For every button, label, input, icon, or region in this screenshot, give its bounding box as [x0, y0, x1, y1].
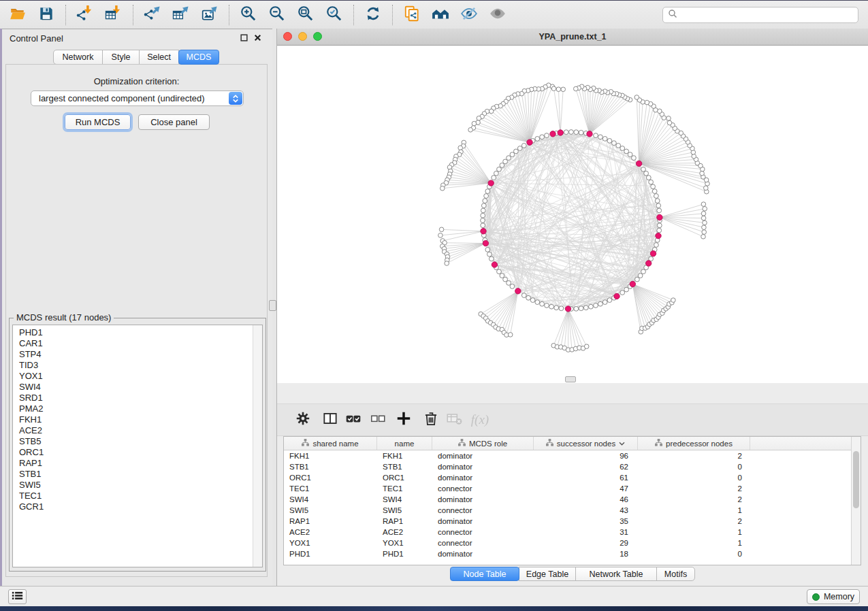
mcds-node[interactable] [636, 161, 641, 166]
network-node[interactable] [497, 269, 502, 274]
mcds-result-item[interactable]: SWI4 [19, 382, 262, 393]
network-node[interactable] [481, 203, 486, 208]
network-node[interactable] [481, 208, 485, 213]
network-node[interactable] [703, 220, 707, 225]
network-node[interactable] [485, 189, 490, 194]
network-node[interactable] [641, 167, 646, 171]
network-node[interactable] [439, 227, 444, 232]
nested-networks-button[interactable] [430, 4, 451, 26]
tab-select[interactable]: Select [139, 50, 179, 65]
network-node[interactable] [638, 274, 643, 278]
mcds-node[interactable] [614, 293, 620, 299]
network-node[interactable] [561, 87, 566, 92]
zoom-selected-button[interactable] [323, 4, 345, 26]
refresh-layout-button[interactable] [362, 4, 384, 26]
hide-selected-button[interactable] [458, 4, 480, 26]
network-node[interactable] [666, 116, 671, 121]
network-node[interactable] [584, 344, 589, 349]
network-node[interactable] [500, 163, 504, 168]
search-input[interactable] [680, 10, 858, 20]
network-node[interactable] [438, 233, 443, 238]
table-row[interactable]: TEC1TEC1connector472 [284, 483, 861, 494]
zoom-in-button[interactable] [238, 4, 259, 26]
canvas-splitter-grip[interactable] [565, 376, 576, 382]
maximize-window-icon[interactable] [313, 32, 322, 41]
network-node[interactable] [646, 176, 651, 180]
network-node[interactable] [569, 130, 574, 135]
network-node[interactable] [556, 87, 561, 92]
import-network-button[interactable] [74, 4, 96, 26]
network-node[interactable] [620, 146, 625, 151]
network-node[interactable] [598, 301, 603, 306]
network-node[interactable] [702, 225, 707, 230]
network-node[interactable] [701, 216, 706, 220]
network-node[interactable] [620, 291, 625, 295]
network-node[interactable] [517, 146, 522, 151]
network-node[interactable] [440, 186, 445, 191]
network-node[interactable] [624, 149, 629, 154]
save-session-button[interactable] [35, 4, 57, 26]
tab-node-table[interactable]: Node Table [450, 567, 519, 581]
mcds-result-item[interactable]: STP4 [19, 349, 262, 360]
mcds-node[interactable] [630, 281, 635, 286]
table-row[interactable]: FKH1FKH1dominator962 [284, 450, 861, 461]
zoom-fit-button[interactable] [295, 4, 317, 26]
network-node[interactable] [598, 135, 603, 139]
float-panel-icon[interactable] [240, 33, 248, 42]
select-all-button[interactable] [344, 410, 363, 429]
network-node[interactable] [701, 202, 706, 207]
mcds-node[interactable] [650, 251, 656, 257]
delete-columns-button[interactable] [421, 410, 440, 429]
network-node[interactable] [704, 186, 709, 191]
network-node[interactable] [656, 203, 661, 208]
mcds-result-item[interactable]: FKH1 [19, 414, 262, 425]
mcds-node[interactable] [646, 261, 652, 266]
network-node[interactable] [472, 121, 477, 126]
network-node[interactable] [651, 184, 656, 189]
network-node[interactable] [503, 277, 508, 282]
mcds-result-item[interactable]: YOX1 [19, 371, 262, 382]
close-panel-button[interactable]: Close panel [138, 114, 210, 130]
column-header-shared-name[interactable]: shared name [284, 437, 377, 450]
table-row[interactable]: ACE2ACE2connector311 [284, 527, 861, 538]
network-node[interactable] [703, 207, 707, 212]
network-node[interactable] [579, 130, 583, 135]
mcds-result-item[interactable]: GCR1 [19, 501, 262, 512]
mcds-list-scrollbar[interactable] [253, 325, 262, 567]
network-node[interactable] [657, 228, 662, 233]
network-node[interactable] [564, 130, 568, 135]
network-node[interactable] [616, 144, 621, 148]
split-columns-button[interactable] [321, 410, 340, 429]
mcds-node[interactable] [483, 240, 488, 246]
network-node[interactable] [484, 194, 489, 199]
network-node[interactable] [507, 281, 511, 286]
network-node[interactable] [494, 171, 499, 176]
network-node[interactable] [510, 284, 515, 289]
network-node[interactable] [657, 223, 662, 228]
mcds-node[interactable] [492, 262, 497, 267]
network-node[interactable] [579, 306, 583, 311]
table-row[interactable]: RAP1RAP1dominator352 [284, 516, 861, 527]
tab-mcds[interactable]: MCDS [178, 50, 219, 65]
mcds-result-item[interactable]: TEC1 [19, 491, 262, 501]
network-node[interactable] [583, 306, 588, 310]
unselect-all-button[interactable] [368, 410, 387, 429]
network-node[interactable] [574, 130, 579, 135]
network-node[interactable] [602, 137, 607, 142]
mcds-result-item[interactable]: ORC1 [19, 447, 262, 458]
network-node[interactable] [624, 287, 629, 292]
splitter-grip[interactable] [269, 300, 276, 311]
network-node[interactable] [508, 333, 513, 337]
show-all-button[interactable] [487, 4, 509, 26]
network-node[interactable] [655, 199, 660, 203]
tab-style[interactable]: Style [102, 50, 140, 65]
mcds-node[interactable] [565, 306, 570, 312]
export-network-button[interactable] [142, 4, 163, 26]
table-row[interactable]: SWI4SWI4dominator462 [284, 494, 861, 505]
mcds-node[interactable] [488, 180, 494, 186]
zoom-out-button[interactable] [266, 4, 288, 26]
tab-network-table[interactable]: Network Table [575, 567, 657, 581]
network-node[interactable] [641, 269, 646, 274]
network-node[interactable] [701, 235, 706, 240]
mcds-result-item[interactable]: STB5 [19, 436, 262, 447]
